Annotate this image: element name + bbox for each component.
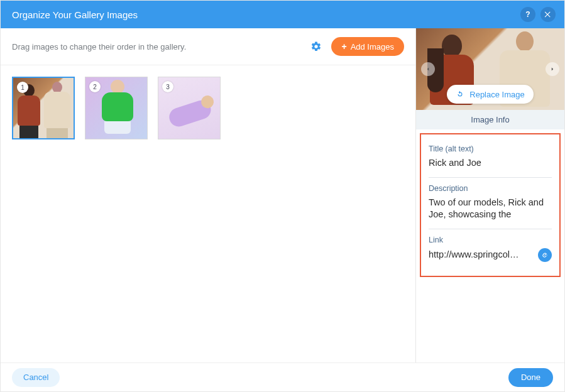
image-info-section: Title (alt text) Rick and Joe Descriptio…	[420, 133, 561, 277]
help-icon: ?	[525, 10, 530, 19]
thumbnail-index: 1	[17, 82, 28, 93]
inspector-panel: Replace Image Image Info Title (alt text…	[416, 28, 564, 362]
thumbnail-1[interactable]: 1	[12, 77, 75, 139]
gallery-toolbar: Drag images to change their order in the…	[1, 28, 415, 65]
title-label: Title (alt text)	[429, 144, 552, 153]
title-field[interactable]: Title (alt text) Rick and Joe	[429, 138, 552, 178]
link-field[interactable]: Link http://www.springcol…	[429, 229, 552, 270]
title-value: Rick and Joe	[429, 157, 552, 170]
replace-image-button[interactable]: Replace Image	[447, 85, 533, 104]
chevron-left-icon	[425, 66, 431, 72]
chevron-right-icon	[549, 66, 556, 72]
link-edit-button[interactable]	[538, 248, 552, 262]
dialog-footer: Cancel Done	[1, 362, 564, 391]
dialog-title: Organize Your Gallery Images	[12, 9, 520, 20]
image-info-header: Image Info	[416, 110, 564, 129]
header-actions: ?	[520, 7, 556, 22]
dialog-header: Organize Your Gallery Images ?	[1, 1, 564, 28]
replace-image-label: Replace Image	[469, 90, 524, 99]
description-value: Two of our models, Rick and Joe, showcas…	[429, 197, 552, 221]
link-label: Link	[429, 236, 552, 244]
description-label: Description	[429, 184, 552, 193]
plus-icon: +	[341, 42, 346, 51]
preview-prev-button[interactable]	[421, 62, 435, 76]
cancel-button[interactable]: Cancel	[12, 368, 60, 387]
thumbnail-2[interactable]: 2	[85, 77, 148, 139]
help-button[interactable]: ?	[520, 7, 535, 22]
description-field[interactable]: Description Two of our models, Rick and …	[429, 178, 552, 229]
close-button[interactable]	[540, 7, 556, 22]
thumbnail-grid: 1 2 3	[1, 65, 415, 151]
replace-wrap: Replace Image	[416, 85, 564, 104]
gallery-panel: Drag images to change their order in the…	[1, 28, 416, 362]
add-images-label: Add Images	[351, 42, 394, 52]
image-preview: Replace Image	[416, 28, 564, 110]
link-value: http://www.springcol…	[429, 249, 532, 261]
preview-next-button[interactable]	[546, 62, 559, 76]
done-button[interactable]: Done	[508, 368, 553, 387]
thumbnail-3[interactable]: 3	[158, 77, 221, 139]
link-icon	[541, 251, 549, 259]
dialog-body: Drag images to change their order in the…	[1, 28, 564, 362]
refresh-icon	[456, 90, 464, 99]
thumbnail-index: 3	[162, 81, 173, 92]
gear-icon	[310, 41, 322, 52]
settings-button[interactable]	[310, 40, 322, 53]
add-images-button[interactable]: + Add Images	[331, 37, 404, 56]
gallery-organize-dialog: Organize Your Gallery Images ? Drag imag…	[0, 0, 565, 392]
drag-hint: Drag images to change their order in the…	[12, 42, 310, 52]
thumbnail-index: 2	[89, 81, 101, 92]
close-icon	[544, 10, 552, 19]
